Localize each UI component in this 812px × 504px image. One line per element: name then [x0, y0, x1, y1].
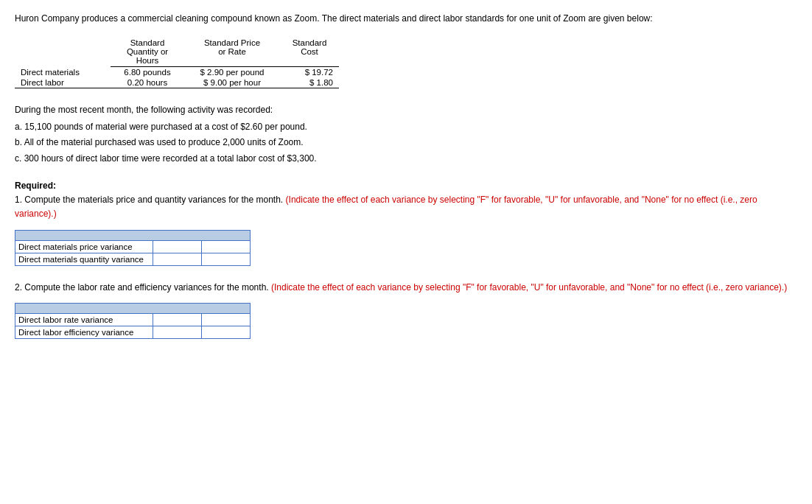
- header-std-cost-line2: Cost: [301, 47, 318, 56]
- labor-rate-variance-label: Direct labor rate variance: [15, 313, 153, 326]
- labor-rate-variance-value2[interactable]: [202, 313, 251, 326]
- required-title: Required:: [15, 179, 797, 193]
- header-std-price-line2: or Rate: [218, 47, 246, 56]
- activity-item-a: a. 15,100 pounds of material were purcha…: [15, 120, 797, 134]
- header-std-cost-line1: Standard: [293, 38, 327, 47]
- variance-table-2: Direct labor rate variance Direct labor …: [15, 303, 251, 339]
- direct-labor-price: $ 9.00 per hour: [184, 77, 280, 88]
- direct-labor-cost: $ 1.80: [280, 77, 339, 88]
- activity-item-c: c. 300 hours of direct labor time were r…: [15, 152, 797, 166]
- materials-price-variance-value2[interactable]: [202, 241, 251, 253]
- question2-text: 2. Compute the labor rate and efficiency…: [15, 281, 797, 295]
- variance-row-quantity: Direct materials quantity variance: [15, 253, 251, 266]
- materials-quantity-variance-value1[interactable]: [153, 253, 202, 266]
- labor-efficiency-variance-input2[interactable]: [205, 328, 247, 337]
- labor-rate-variance-input2[interactable]: [205, 315, 247, 324]
- header-std-qty-line3: Hours: [136, 56, 159, 65]
- direct-labor-qty: 0.20 hours: [111, 77, 184, 88]
- direct-materials-qty: 6.80 pounds: [111, 67, 184, 78]
- intro-text: Huron Company produces a commercial clea…: [15, 12, 797, 25]
- header-std-qty-line2: Quantity or: [127, 47, 168, 56]
- variance-table-2-header: [15, 303, 251, 313]
- materials-quantity-variance-input1[interactable]: [156, 255, 198, 264]
- labor-efficiency-row: Direct labor efficiency variance: [15, 326, 251, 338]
- materials-quantity-variance-label: Direct materials quantity variance: [15, 253, 153, 266]
- materials-price-variance-label: Direct materials price variance: [15, 241, 153, 253]
- standards-table: Standard Quantity or Hours Standard Pric…: [15, 37, 339, 88]
- materials-price-variance-input1[interactable]: [156, 242, 198, 251]
- header-std-price-line1: Standard Price: [204, 38, 260, 47]
- section-2: 2. Compute the labor rate and efficiency…: [15, 281, 797, 338]
- question1-text: 1. Compute the materials price and quant…: [15, 193, 797, 221]
- direct-materials-cost: $ 19.72: [280, 67, 339, 78]
- direct-materials-price: $ 2.90 per pound: [184, 67, 280, 78]
- labor-rate-variance-input1[interactable]: [156, 315, 198, 324]
- labor-efficiency-variance-value1[interactable]: [153, 326, 202, 338]
- activity-intro: During the most recent month, the follow…: [15, 103, 797, 117]
- materials-quantity-variance-value2[interactable]: [202, 253, 251, 266]
- header-std-qty-line1: Standard: [130, 38, 165, 47]
- activity-item-b: b. All of the material purchased was use…: [15, 136, 797, 150]
- activity-section: During the most recent month, the follow…: [15, 103, 797, 166]
- direct-labor-label: Direct labor: [15, 77, 111, 88]
- required-section: Required: 1. Compute the materials price…: [15, 179, 797, 222]
- table-row-direct-labor: Direct labor 0.20 hours $ 9.00 per hour …: [15, 77, 339, 88]
- labor-rate-variance-value1[interactable]: [153, 313, 202, 326]
- variance-table-1-header: [15, 231, 251, 241]
- materials-price-variance-value1[interactable]: [153, 241, 202, 253]
- variance-table-1: Direct materials price variance Direct m…: [15, 230, 251, 266]
- materials-quantity-variance-input2[interactable]: [205, 255, 247, 264]
- materials-price-variance-input2[interactable]: [205, 242, 247, 251]
- labor-efficiency-variance-label: Direct labor efficiency variance: [15, 326, 153, 338]
- table-row-direct-materials: Direct materials 6.80 pounds $ 2.90 per …: [15, 67, 339, 78]
- labor-efficiency-variance-value2[interactable]: [202, 326, 251, 338]
- labor-efficiency-variance-input1[interactable]: [156, 328, 198, 337]
- labor-rate-row: Direct labor rate variance: [15, 313, 251, 326]
- direct-materials-label: Direct materials: [15, 67, 111, 78]
- variance-row-price: Direct materials price variance: [15, 241, 251, 253]
